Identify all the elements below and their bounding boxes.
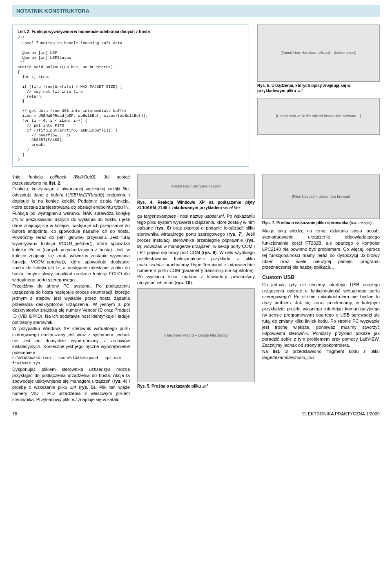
t: VCOM_getchar() xyxy=(58,241,92,246)
figure-4-caption: Rys. 4. Reakcja Windows XP na podłączeni… xyxy=(137,200,255,211)
t: rys. 6 xyxy=(157,225,169,230)
t: Na xyxy=(262,349,273,354)
page-number: 78 xyxy=(12,411,17,417)
figure-6-image: [Found New Hardware Wizard – device sele… xyxy=(257,25,380,82)
t: usbser.sys xyxy=(89,367,110,372)
t: Rys. 5. Prośba o wskazanie pliku xyxy=(137,384,202,388)
figure-5: [Hardware Wizard – Locate File dialog] R… xyxy=(137,288,255,389)
t: Rys. 7. Prośba o wskazanie pliku sterown… xyxy=(262,221,351,225)
t: Funkcja, korzystając z utworzonej wcześn… xyxy=(12,186,122,191)
t: .inf xyxy=(202,384,207,388)
t: rys. 10 xyxy=(176,280,190,285)
t: . xyxy=(60,181,61,185)
t: rys. 7 xyxy=(228,232,241,236)
t: list. 2 xyxy=(49,181,60,185)
t: i nosi nazwę xyxy=(176,214,205,219)
t: target/examples/main_cus- xyxy=(262,355,316,360)
para-2: Funkcja, korzystając z utworzonej wcześn… xyxy=(12,186,130,283)
para-5: Dysponując plikiem sterownika usbser.sys… xyxy=(12,366,130,403)
t: rys. 4 xyxy=(114,379,126,384)
figure-6-caption: Rys. 6. Urządzenia, których opisy znajdu… xyxy=(257,83,380,94)
t: usbser.inf xyxy=(205,214,224,219)
t: gu xyxy=(137,214,144,219)
figure-5-caption: Rys. 5. Prośba o wskazanie pliku .inf xyxy=(137,384,255,389)
figure-7: [Files Needed – usbser.sys browse] Rys. … xyxy=(262,174,380,226)
para-7: Mając taką wiedzę na temat działania sto… xyxy=(262,228,380,270)
t: fifo xyxy=(29,247,35,252)
page-footer: 78 ELEKTRONIKA PRAKTYCZNA 1/2009 xyxy=(12,411,380,417)
t: ). xyxy=(190,280,193,285)
figure-6-caption-ital: .inf xyxy=(297,89,303,93)
para-9: Na list. 3 przedstawiono fragment kodu z… xyxy=(262,348,380,361)
cmd-line: C:\WINDOWS\Driver Cache\i386>expand sp2.… xyxy=(12,356,130,366)
t: callback (BulkOut()) xyxy=(50,174,95,179)
t: śniej funkcja xyxy=(12,174,50,179)
t: Dysponując plikiem sterownika xyxy=(12,367,89,372)
figure-4-image: [Found New Hardware balloon] xyxy=(137,174,255,199)
t: fifo xyxy=(122,186,129,191)
t: fifo xyxy=(48,265,54,270)
figure-6-caption-bold: Rys. 6. Urządzenia, których opisy znajdu… xyxy=(257,83,350,94)
t: VCOM_putchar() xyxy=(31,259,65,264)
figure-4: [Found New Hardware balloon] Rys. 4. Rea… xyxy=(137,174,255,211)
t: list. 3 xyxy=(273,349,288,354)
para-3: Przejdźmy do strony PC systemu. Po podłą… xyxy=(12,283,130,326)
t: ) xyxy=(370,221,372,225)
top-right-figures: [Found New Hardware Wizard – device sele… xyxy=(257,25,380,167)
t: .inf xyxy=(71,397,77,402)
heading-custom-usb: Custom USB xyxy=(262,274,380,281)
figure-7-image: [Files Needed – usbser.sys browse] xyxy=(262,174,380,219)
t: target\examples xyxy=(144,214,176,219)
t: usbser.sys xyxy=(351,221,370,225)
magazine-name: ELEKTRONIKA PRAKTYCZNA 1/2009 xyxy=(302,411,380,417)
para-1: śniej funkcja callback (BulkOut()). Jej … xyxy=(12,174,130,186)
t: .inf xyxy=(70,385,76,390)
para-6: gu target\examples i nosi nazwę usbser.i… xyxy=(137,213,255,286)
body-columns: śniej funkcja callback (BulkOut()). Jej … xyxy=(12,174,380,403)
top-row: List. 2. Funkcja wywoływana w momencie o… xyxy=(12,25,380,167)
t: fifo xyxy=(12,217,18,222)
para-4: W przypadku Windows XP sterownik wirtual… xyxy=(12,326,130,356)
figure-wait-image: [Please wait while the wizard installs t… xyxy=(257,98,380,135)
t: przedstawiono fragment kodu z pliku xyxy=(288,349,380,354)
figure-7-caption: Rys. 7. Prośba o wskazanie pliku sterown… xyxy=(262,220,380,226)
listing-2-title: List. 2. Funkcja wywoływana w momencie o… xyxy=(18,29,244,35)
listing-2: List. 2. Funkcja wywoływana w momencie o… xyxy=(12,25,249,167)
t: main_serial.c xyxy=(137,262,164,267)
figure-5-image: [Hardware Wizard – Locate File dialog] xyxy=(137,288,255,382)
t: serial.hex xyxy=(223,205,241,210)
t: rys. 5 xyxy=(80,385,94,390)
t: ( xyxy=(76,385,80,390)
para-8: Co jednak, gdy nie chcemy interfejsu USB… xyxy=(262,282,380,348)
t: znajduje się w katalo- xyxy=(77,397,121,402)
t: USBHwEPRead() xyxy=(67,192,103,197)
listing-2-code: /** Local function to handle incoming bu… xyxy=(18,36,244,162)
section-header: NOTATNIK KONSTRUKTORA xyxy=(12,5,380,17)
t: rys. 9 xyxy=(203,250,215,255)
